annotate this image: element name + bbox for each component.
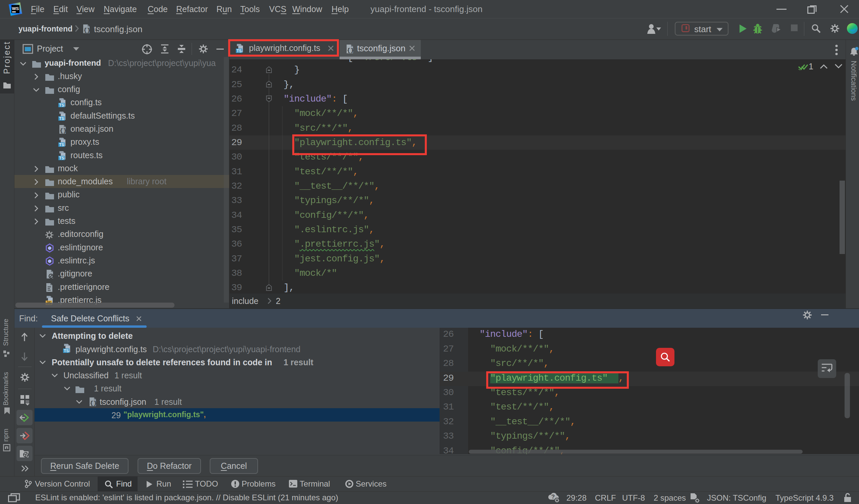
svg-text:{}: {} [60, 128, 66, 134]
svg-text:TS: TS [59, 156, 64, 160]
svg-text:TS: TS [64, 348, 69, 353]
svg-text:{}: {} [347, 47, 354, 53]
svg-text:{}: {} [84, 27, 90, 33]
svg-text:TS: TS [59, 116, 64, 121]
svg-text:WS: WS [12, 6, 19, 11]
svg-text:?: ? [551, 493, 555, 500]
svg-text:{}: {} [90, 400, 97, 407]
svg-text:TS: TS [59, 142, 64, 147]
svg-text:TS: TS [59, 103, 64, 108]
